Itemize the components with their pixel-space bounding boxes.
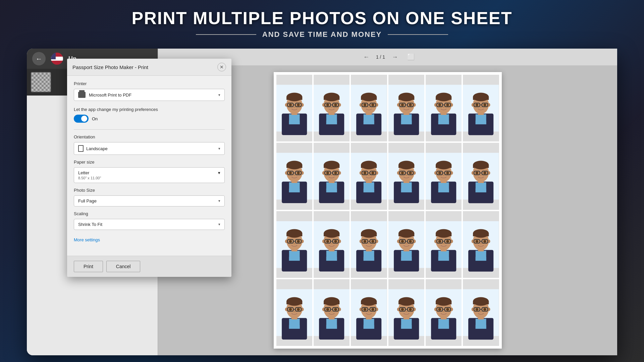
paper-size-chevron-icon: ▾ <box>218 170 220 175</box>
orientation-label: Orientation <box>74 134 225 139</box>
toggle-state: On <box>92 116 98 121</box>
svg-rect-178 <box>436 165 451 168</box>
print-button[interactable]: Print <box>74 261 103 272</box>
svg-point-75 <box>436 93 451 101</box>
svg-rect-291 <box>476 250 486 260</box>
scaling-label: Scaling <box>74 211 225 216</box>
svg-point-304 <box>483 240 486 243</box>
svg-rect-70 <box>438 114 449 124</box>
headline-line-left <box>196 34 256 35</box>
close-icon: ✕ <box>220 64 224 70</box>
svg-rect-376 <box>438 319 449 329</box>
svg-rect-399 <box>473 301 489 304</box>
svg-point-287 <box>446 240 449 243</box>
printer-label: Printer <box>74 81 225 86</box>
svg-point-405 <box>476 308 479 311</box>
printer-value: Microsoft Print to PDF <box>89 93 215 98</box>
dialog-footer: Print Cancel <box>67 256 231 277</box>
paper-size-value: Letter <box>78 170 89 175</box>
svg-rect-195 <box>473 165 489 168</box>
more-settings-link[interactable]: More settings <box>74 237 100 242</box>
paper-size-dropdown[interactable]: Letter ▾ 8.50" x 11.00" <box>74 167 225 183</box>
orientation-chevron-icon: ▾ <box>218 146 220 151</box>
photo-size-dropdown[interactable]: Full Page ▾ <box>74 195 225 206</box>
svg-rect-189 <box>476 182 486 192</box>
toggle-thumb <box>81 116 87 122</box>
svg-point-407 <box>480 311 482 312</box>
photo-cell <box>463 279 499 346</box>
toggle-row: Let the app change my printing preferenc… <box>74 107 225 123</box>
svg-point-202 <box>483 172 486 174</box>
svg-rect-87 <box>476 114 486 124</box>
svg-rect-93 <box>473 97 489 100</box>
svg-rect-280 <box>436 233 451 236</box>
svg-point-184 <box>438 172 441 174</box>
svg-rect-172 <box>438 182 449 192</box>
paper-size-label: Paper size <box>74 160 225 165</box>
print-dialog-box: Passport Size Photo Maker - Print ✕ Prin… <box>67 59 231 277</box>
toggle-label: Let the app change my printing preferenc… <box>74 107 225 112</box>
svg-rect-382 <box>436 301 451 304</box>
photo-cell <box>463 143 499 209</box>
svg-point-389 <box>446 308 449 311</box>
scaling-value: Shrink To Fit <box>78 222 216 227</box>
orientation-dropdown[interactable]: Landscape ▾ <box>74 142 225 155</box>
svg-point-406 <box>483 308 486 311</box>
photo-size-chevron-icon: ▾ <box>218 199 220 203</box>
paper-size-main: Letter ▾ <box>78 170 220 175</box>
toggle-switch[interactable] <box>74 115 89 123</box>
photo-size-label: Photo Size <box>74 188 225 193</box>
dialog-title-bar: Passport Size Photo Maker - Print ✕ <box>67 59 231 76</box>
svg-point-288 <box>442 243 444 244</box>
photo-size-value: Full Page <box>78 198 216 203</box>
scaling-chevron-icon: ▾ <box>218 222 220 227</box>
orientation-icon <box>78 145 84 152</box>
svg-point-398 <box>473 297 489 306</box>
svg-rect-274 <box>438 250 449 260</box>
orientation-value: Landscape <box>86 146 216 151</box>
svg-point-82 <box>438 104 441 106</box>
headline-area: PRINT MULTIPLE PHOTOS ON ONE SHEET AND S… <box>0 0 644 47</box>
svg-rect-297 <box>473 233 489 236</box>
svg-point-100 <box>483 104 486 106</box>
dialog-body: Printer Microsoft Print to PDF ▾ Let the… <box>67 76 231 256</box>
cancel-button[interactable]: Cancel <box>106 261 141 272</box>
scaling-dropdown[interactable]: Shrink To Fit ▾ <box>74 219 225 230</box>
svg-point-279 <box>436 229 451 238</box>
photo-cell <box>463 211 499 278</box>
printer-icon <box>78 92 86 98</box>
svg-point-101 <box>480 106 482 108</box>
photo-cell <box>463 75 499 141</box>
svg-point-303 <box>476 240 479 243</box>
svg-point-177 <box>436 161 451 170</box>
svg-point-203 <box>480 175 482 176</box>
section-divider-1 <box>74 129 225 130</box>
dialog-close-button[interactable]: ✕ <box>217 63 226 71</box>
printer-dropdown[interactable]: Microsoft Print to PDF ▾ <box>74 89 225 101</box>
svg-point-296 <box>473 229 489 238</box>
svg-point-305 <box>480 243 482 244</box>
print-dialog-container: Passport Size Photo Maker - Print ✕ Prin… <box>27 49 433 355</box>
headline-sub-row: AND SAVE TIME AND MONEY <box>196 30 448 39</box>
svg-point-185 <box>446 172 449 174</box>
toggle-row-inner: On <box>74 115 225 123</box>
svg-rect-393 <box>476 319 486 329</box>
svg-point-186 <box>442 175 444 176</box>
svg-rect-76 <box>436 97 451 100</box>
headline-title: PRINT MULTIPLE PHOTOS ON ONE SHEET <box>131 8 512 28</box>
dialog-title: Passport Size Photo Maker - Print <box>72 64 148 70</box>
svg-point-390 <box>442 311 444 312</box>
svg-point-381 <box>436 297 451 306</box>
svg-point-99 <box>476 104 479 106</box>
svg-point-201 <box>476 172 479 174</box>
svg-point-84 <box>442 106 444 108</box>
svg-point-388 <box>438 308 441 311</box>
headline-line-right <box>388 34 448 35</box>
svg-point-83 <box>446 104 449 106</box>
headline-subtitle: AND SAVE TIME AND MONEY <box>262 30 382 39</box>
svg-point-286 <box>438 240 441 243</box>
printer-chevron-icon: ▾ <box>218 93 220 97</box>
paper-size-dimensions: 8.50" x 11.00" <box>78 176 220 180</box>
